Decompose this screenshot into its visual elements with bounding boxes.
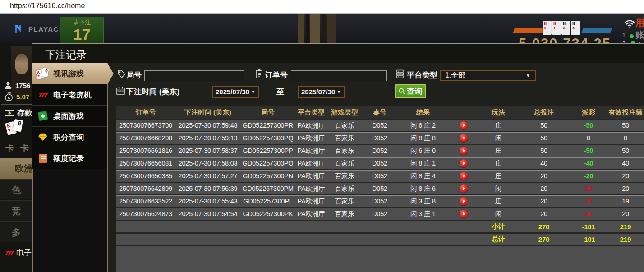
- date-from-picker[interactable]: 2025/07/30 ▼: [212, 86, 259, 98]
- cell-play: 庄: [479, 197, 518, 206]
- cell-play: 庄: [479, 147, 518, 155]
- sidebar-item-slots[interactable]: 777 电子老虎机: [32, 84, 107, 106]
- replay-cell: [448, 172, 479, 180]
- bg-nav-item-europe[interactable]: 欧洲: [0, 158, 32, 179]
- background-strip: [310, 14, 320, 44]
- cell-payout: 0: [570, 134, 607, 142]
- replay-play-button[interactable]: [460, 184, 468, 193]
- nav-card-label[interactable]: 卡卡: [5, 143, 35, 154]
- deposit-label: 存款: [17, 108, 32, 118]
- browser-url-bar[interactable]: https://175616.cc/home: [0, 0, 644, 14]
- deposit-button[interactable]: $ 存款: [5, 108, 32, 118]
- bg-nav-item-dice[interactable]: 色: [0, 179, 32, 199]
- edge-menu-user[interactable]: 用: [635, 17, 644, 29]
- bg-nav-item-slots[interactable]: 777 电子: [5, 248, 32, 258]
- bet-time-label: 下注时间 (美东): [126, 87, 179, 97]
- replay-play-button[interactable]: [460, 147, 468, 155]
- cell-game: GD052257300PL: [241, 198, 295, 205]
- cell-time: 2025-07-30 07:58:37: [175, 147, 241, 154]
- bg-nav-item-multi[interactable]: 多: [0, 221, 32, 242]
- betting-records-modal: 下注记录 K♥9 视讯游戏 777 电子老虎机 ♣: [32, 43, 644, 272]
- cell-result: 闲 8 庄 8: [398, 134, 448, 143]
- cell-game_type: 百家乐: [327, 197, 362, 206]
- col-header-payout: 派彩: [570, 108, 607, 117]
- cell-result: 闲 3 庄 8: [398, 197, 448, 206]
- platform-type-select[interactable]: 1.全部 ▼: [440, 70, 536, 81]
- screen: https://175616.cc/home PLAYACE 请下注 17: [0, 0, 644, 272]
- cell-game_type: 百家乐: [327, 147, 362, 155]
- playace-logo-text: PLAYACE: [28, 25, 64, 33]
- replay-cell: [448, 184, 479, 193]
- user-id-row: * 1756: [5, 81, 30, 89]
- play-icon: [463, 149, 465, 152]
- cell-platform: PA欧洲厅: [295, 197, 327, 206]
- sidebar-divider: [107, 63, 108, 272]
- cell-table_no: D052: [362, 147, 398, 154]
- cell-time: 2025-07-30 07:59:13: [175, 134, 241, 142]
- cell-valid: 20: [607, 210, 644, 217]
- col-header-result: 结果: [398, 108, 448, 117]
- cell-valid: 0: [607, 134, 644, 142]
- col-header-order: 订单号: [116, 108, 175, 117]
- cell-result: 闲 6 庄 0: [398, 147, 448, 155]
- cell-total: 20: [518, 185, 570, 192]
- cell-payout: -50: [570, 122, 607, 129]
- cell-valid: 20: [607, 172, 644, 180]
- replay-play-button[interactable]: [460, 210, 468, 218]
- cell-order: 250730076673700: [116, 122, 175, 129]
- grand-total-total-bet: 270: [518, 235, 570, 243]
- background-strip: [298, 14, 304, 44]
- background-strip: [327, 14, 336, 44]
- game-no-input[interactable]: [144, 70, 244, 81]
- table-row: 2507300766682082025-07-30 07:59:13GD0522…: [116, 131, 644, 144]
- replay-cell: [448, 159, 479, 167]
- cell-time: 2025-07-30 07:55:43: [175, 198, 241, 205]
- sidebar-item-points-query[interactable]: 积分查询: [32, 127, 107, 148]
- cell-valid: 20: [607, 185, 644, 192]
- subtotal-label: 小计: [479, 222, 518, 231]
- subtotal-row: 小计 270 -101 219: [116, 220, 644, 232]
- sidebar-item-table-games[interactable]: ♣ 桌面游戏: [32, 106, 107, 127]
- cell-platform: PA欧洲厅: [295, 121, 327, 130]
- url-text[interactable]: https://175616.cc/home: [10, 2, 85, 10]
- svg-text:*: *: [10, 86, 12, 89]
- cell-total: 50: [518, 147, 570, 154]
- sidebar-item-credit-records[interactable]: 额度记录: [32, 148, 107, 169]
- cell-order: 250730076668208: [116, 134, 175, 142]
- date-to-picker[interactable]: 2025/07/30 ▼: [298, 86, 345, 98]
- edge-menu-account[interactable]: 账: [635, 29, 644, 41]
- cell-table_no: D052: [362, 160, 398, 167]
- replay-play-button[interactable]: [460, 121, 468, 129]
- query-button[interactable]: 查询: [395, 84, 426, 98]
- bg-nav-item-race[interactable]: 竞: [0, 200, 32, 221]
- col-header-valid-bet: 有效投注额: [607, 108, 644, 117]
- bet-countdown-panel: 请下注 17: [60, 17, 104, 44]
- cell-play: 闲: [479, 184, 518, 193]
- background-strip: [322, 14, 326, 44]
- table-count-1: 1: [622, 32, 626, 39]
- table-row: 2507300766560812025-07-30 07:58:03GD0522…: [116, 157, 644, 169]
- replay-play-button[interactable]: [460, 197, 468, 205]
- playing-card: 8♠: [571, 21, 580, 35]
- calendar-icon: [116, 86, 125, 96]
- table-row: 2507300766503852025-07-30 07:57:27GD0522…: [116, 169, 644, 182]
- cell-table_no: D052: [362, 210, 398, 217]
- cell-time: 2025-07-30 07:58:03: [175, 160, 241, 167]
- replay-cell: [448, 121, 479, 129]
- cell-game: GD052257300PR: [241, 122, 295, 129]
- cell-platform: PA欧洲厅: [295, 134, 327, 143]
- play-icon: [463, 174, 465, 178]
- replay-play-button[interactable]: [460, 172, 468, 180]
- sidebar-item-video-games[interactable]: K♥9 视讯游戏: [32, 63, 114, 84]
- replay-play-button[interactable]: [460, 159, 468, 167]
- replay-play-button[interactable]: [460, 134, 468, 142]
- subtotal-payout: -101: [570, 223, 607, 231]
- platform-stack-icon: [396, 69, 405, 79]
- playace-logo: PLAYACE: [14, 23, 64, 34]
- col-header-play: 玩法: [479, 108, 518, 117]
- replay-cell: [448, 197, 479, 205]
- date-to-value: 2025/07/30: [301, 88, 335, 96]
- cell-game: GD052257300PP: [241, 147, 295, 154]
- gem-icon: [37, 133, 49, 142]
- order-no-input[interactable]: [291, 70, 387, 81]
